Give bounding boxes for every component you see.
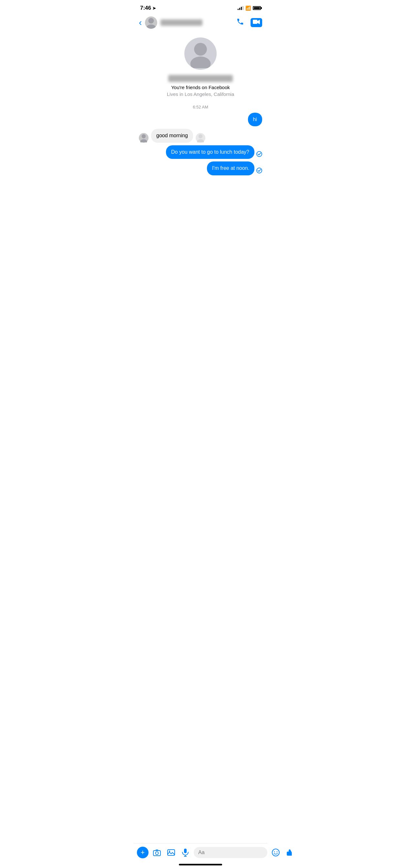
recv-avatar-silhouette-icon — [139, 133, 148, 143]
friends-status-text: You're friends on Facebook — [171, 85, 230, 90]
input-spacer — [134, 175, 267, 208]
recv-avatar-gm — [139, 133, 149, 143]
bubble-lunch: Do you want to go to lunch today? — [166, 145, 254, 159]
video-call-button[interactable] — [251, 18, 262, 27]
nav-right — [236, 18, 262, 27]
profile-name-blurred — [168, 75, 233, 82]
wifi-icon: 📶 — [245, 5, 251, 11]
svg-point-7 — [198, 134, 203, 138]
nav-avatar — [145, 17, 157, 29]
status-time: 7:46 ➤ — [140, 5, 156, 11]
svg-point-0 — [149, 18, 154, 24]
location-arrow-icon: ➤ — [152, 6, 156, 11]
bubble-noon: I'm free at noon. — [207, 161, 254, 175]
message-row-sent-hi: hi — [139, 113, 262, 126]
svg-point-4 — [190, 57, 211, 68]
svg-point-5 — [142, 134, 146, 138]
check-delivered-lunch-icon — [256, 151, 262, 158]
call-button[interactable] — [236, 18, 244, 27]
signal-bars-icon — [238, 6, 243, 10]
bubble-good-morning: good morning — [151, 129, 193, 143]
svg-point-6 — [141, 139, 147, 143]
status-bar: 7:46 ➤ 📶 — [134, 0, 267, 14]
status-icons: 📶 — [238, 5, 261, 11]
svg-point-1 — [147, 25, 156, 29]
svg-point-3 — [194, 43, 207, 56]
message-row-sent-noon: I'm free at noon. — [139, 161, 262, 175]
avatar-silhouette-icon — [145, 17, 157, 29]
recv-avatar-right-silhouette-icon — [196, 133, 205, 143]
nav-header: ‹ — [134, 14, 267, 31]
back-button[interactable]: ‹ — [139, 18, 142, 27]
nav-left: ‹ — [139, 17, 203, 29]
profile-avatar — [184, 37, 217, 70]
messages-area: hi good morning Do you want to go to lun… — [134, 113, 267, 175]
svg-point-9 — [257, 151, 262, 157]
check-delivered-noon-icon — [256, 167, 262, 175]
profile-section: You're friends on Facebook Lives in Los … — [134, 31, 267, 100]
profile-avatar-silhouette-icon — [186, 39, 215, 68]
nav-contact-name — [160, 20, 203, 26]
bubble-hi: hi — [248, 113, 262, 126]
svg-rect-2 — [253, 20, 257, 24]
location-text: Lives in Los Angeles, California — [167, 91, 234, 97]
message-row-sent-lunch: Do you want to go to lunch today? — [139, 145, 262, 159]
svg-point-8 — [197, 139, 204, 143]
svg-point-10 — [257, 168, 262, 173]
recv-avatar-right-gm — [196, 133, 205, 143]
message-timestamp: 6:52 AM — [134, 104, 267, 110]
battery-icon — [253, 6, 261, 10]
message-row-received-gm: good morning — [139, 129, 262, 143]
